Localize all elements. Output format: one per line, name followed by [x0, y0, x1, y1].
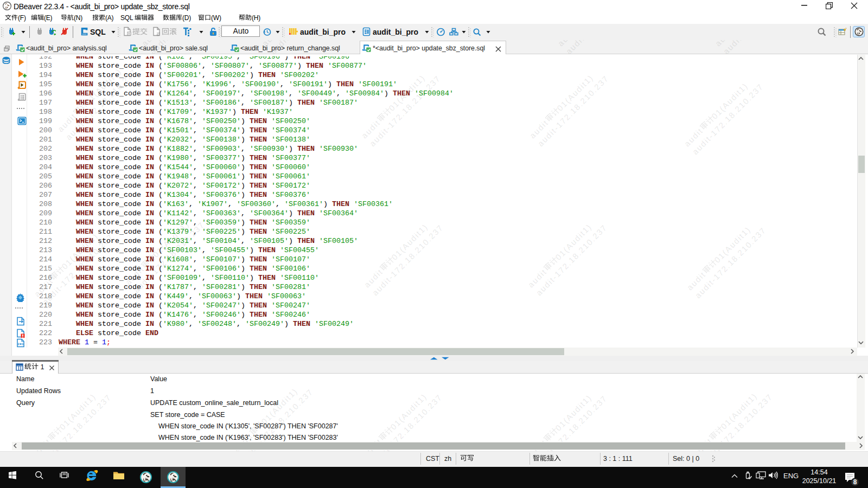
svg-text:8: 8 [853, 478, 857, 486]
